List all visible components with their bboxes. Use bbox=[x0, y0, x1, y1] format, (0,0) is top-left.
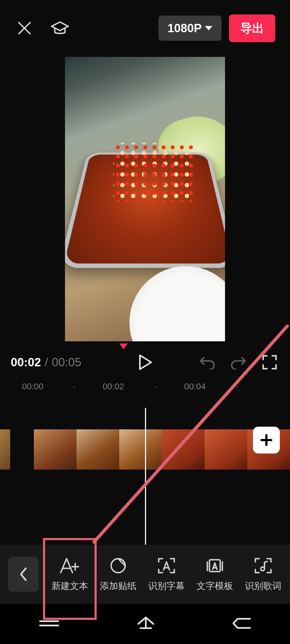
toolbar-tools: 新建文本 添加贴纸 识别字幕 文字模板 bbox=[39, 556, 290, 592]
current-time: 00:02 bbox=[11, 356, 41, 369]
ruler-tick: 00:04 bbox=[184, 382, 206, 391]
sticker-icon bbox=[110, 557, 127, 574]
undo-button[interactable] bbox=[198, 353, 217, 372]
playback-right-controls bbox=[198, 353, 279, 372]
tool-new-text[interactable]: 新建文本 bbox=[46, 556, 94, 592]
preview-food-decor bbox=[113, 143, 194, 202]
play-button[interactable] bbox=[135, 353, 155, 372]
tutorial-button[interactable] bbox=[50, 19, 70, 38]
add-clip-button[interactable] bbox=[253, 427, 280, 453]
clip-thumbnail[interactable] bbox=[77, 429, 119, 470]
tool-recognize-captions[interactable]: 识别字幕 bbox=[142, 556, 191, 592]
top-bar-right: 1080P 导出 bbox=[158, 14, 275, 42]
close-icon bbox=[17, 20, 32, 36]
total-duration: 00:05 bbox=[52, 356, 81, 369]
home-icon bbox=[136, 615, 155, 631]
plus-icon bbox=[260, 434, 273, 447]
redo-button[interactable] bbox=[229, 353, 248, 372]
clip-thumbnail[interactable] bbox=[162, 429, 205, 470]
clip-thumbnail[interactable] bbox=[119, 429, 162, 470]
preview-area bbox=[0, 57, 290, 341]
preview-food-decor bbox=[129, 266, 225, 341]
preview-playhead-marker bbox=[119, 343, 128, 349]
nav-home-button[interactable] bbox=[136, 615, 155, 632]
nav-back-button[interactable] bbox=[231, 617, 252, 631]
tool-text-template[interactable]: 文字模板 bbox=[191, 556, 239, 592]
ruler-tick: · bbox=[236, 382, 239, 391]
clip-main[interactable] bbox=[34, 429, 290, 470]
recents-icon bbox=[38, 618, 60, 629]
text-toolbar: 新建文本 添加贴纸 识别字幕 文字模板 bbox=[0, 545, 290, 604]
top-bar: 1080P 导出 bbox=[0, 0, 290, 56]
tool-label: 识别字幕 bbox=[148, 580, 185, 592]
chevron-down-icon bbox=[205, 26, 212, 30]
top-bar-left bbox=[15, 19, 70, 38]
time-separator: / bbox=[41, 356, 52, 369]
tool-recognize-lyrics[interactable]: 识别歌词 bbox=[239, 556, 287, 592]
play-icon bbox=[137, 354, 153, 371]
video-preview[interactable] bbox=[65, 57, 225, 341]
tool-label: 识别歌词 bbox=[245, 580, 281, 592]
undo-icon bbox=[199, 355, 216, 369]
ruler-tick: 00:02 bbox=[103, 382, 124, 391]
svg-point-2 bbox=[261, 567, 264, 571]
tool-label: 添加贴纸 bbox=[100, 580, 136, 592]
tool-label: 新建文本 bbox=[52, 580, 88, 592]
graduation-cap-icon bbox=[50, 20, 69, 36]
svg-rect-1 bbox=[209, 560, 220, 572]
clip-thumbnail[interactable] bbox=[0, 429, 10, 470]
clip-thumbnail[interactable] bbox=[34, 429, 77, 470]
lyrics-icon bbox=[254, 557, 273, 574]
back-icon bbox=[231, 617, 252, 630]
text-add-icon bbox=[59, 557, 81, 574]
tool-label: 文字模板 bbox=[197, 580, 233, 592]
playback-bar: 00:02 / 00:05 bbox=[0, 349, 290, 376]
close-button[interactable] bbox=[15, 19, 34, 38]
tool-add-sticker[interactable]: 添加贴纸 bbox=[94, 556, 142, 592]
toolbar-back-button[interactable] bbox=[8, 557, 39, 592]
export-button[interactable]: 导出 bbox=[229, 14, 275, 42]
caption-icon bbox=[157, 557, 176, 574]
clip-thumbnail[interactable] bbox=[205, 429, 247, 470]
ruler-tick: · bbox=[155, 382, 157, 391]
ruler-tick: 00:00 bbox=[22, 382, 44, 391]
nav-recents-button[interactable] bbox=[38, 618, 60, 630]
chevron-left-icon bbox=[19, 567, 28, 582]
export-label: 导出 bbox=[240, 21, 264, 35]
time-ruler[interactable]: 00:00 · 00:02 · 00:04 · bbox=[0, 378, 290, 394]
fullscreen-icon bbox=[262, 355, 277, 370]
system-nav-bar bbox=[0, 604, 290, 644]
template-icon bbox=[205, 557, 224, 574]
resolution-select[interactable]: 1080P bbox=[158, 16, 222, 41]
resolution-label: 1080P bbox=[168, 21, 202, 35]
ruler-tick: · bbox=[73, 382, 75, 391]
redo-icon bbox=[230, 355, 247, 369]
fullscreen-button[interactable] bbox=[260, 353, 279, 372]
